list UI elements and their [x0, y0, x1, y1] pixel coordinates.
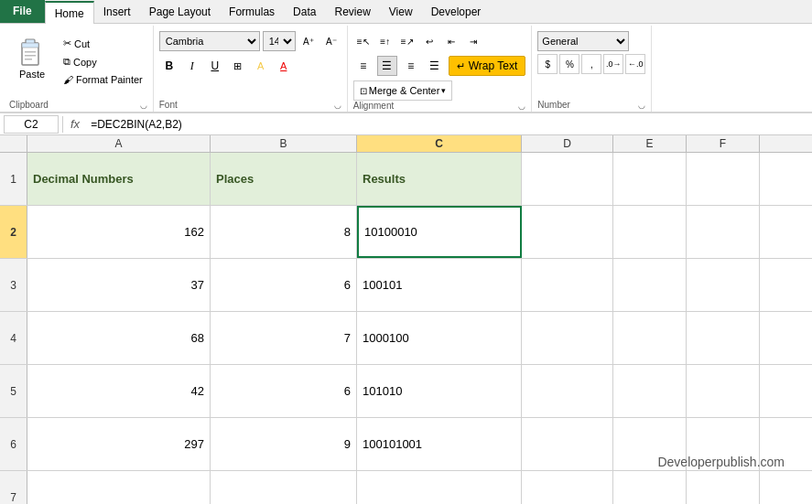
- cell-f2[interactable]: [687, 206, 760, 258]
- cell-e1[interactable]: [613, 153, 687, 205]
- tab-insert[interactable]: Insert: [94, 0, 140, 23]
- tab-page-layout[interactable]: Page Layout: [140, 0, 220, 23]
- font-size-select[interactable]: 14: [263, 31, 296, 51]
- comma-button[interactable]: ,: [581, 54, 601, 74]
- formula-input[interactable]: [87, 115, 808, 134]
- indent-increase-button[interactable]: ⇥: [463, 31, 483, 51]
- align-top-left-button[interactable]: ≡↖: [353, 31, 374, 51]
- cut-button[interactable]: ✂ Cut: [59, 35, 147, 52]
- font-color-button[interactable]: A: [274, 56, 294, 76]
- row-number-4[interactable]: 4: [0, 312, 27, 364]
- font-dialog-icon[interactable]: ◡: [334, 101, 341, 110]
- cell-d2[interactable]: [522, 206, 613, 258]
- cell-a6[interactable]: 297: [27, 418, 211, 470]
- cell-e3[interactable]: [613, 259, 687, 311]
- fill-color-button[interactable]: A: [251, 56, 271, 76]
- cell-c7[interactable]: [357, 471, 522, 504]
- format-painter-button[interactable]: 🖌 Format Painter: [59, 71, 147, 88]
- currency-button[interactable]: $: [537, 54, 558, 74]
- row-number-1[interactable]: 1: [0, 153, 27, 205]
- cell-e5[interactable]: [613, 365, 687, 417]
- number-dialog-icon[interactable]: ◡: [638, 101, 645, 110]
- align-justify-button[interactable]: ☰: [425, 56, 445, 76]
- font-family-select[interactable]: Cambria: [159, 31, 260, 51]
- cell-a1[interactable]: Decimal Numbers: [27, 153, 211, 205]
- cell-c1[interactable]: Results: [357, 153, 522, 205]
- cell-f3[interactable]: [687, 259, 760, 311]
- cell-b1[interactable]: Places: [211, 153, 357, 205]
- cell-c2[interactable]: 10100010: [357, 206, 522, 258]
- cell-b4[interactable]: 7: [211, 312, 357, 364]
- cell-f5[interactable]: [687, 365, 760, 417]
- col-header-b[interactable]: B: [211, 135, 357, 152]
- number-format-select[interactable]: General: [537, 31, 629, 51]
- tab-data[interactable]: Data: [284, 0, 325, 23]
- col-header-d[interactable]: D: [522, 135, 613, 152]
- decrease-decimal-button[interactable]: ←.0: [625, 54, 645, 74]
- underline-button[interactable]: U: [205, 56, 225, 76]
- increase-font-button[interactable]: A⁺: [298, 31, 319, 51]
- cell-f7[interactable]: [687, 471, 760, 504]
- tab-developer[interactable]: Developer: [422, 0, 491, 23]
- col-header-f[interactable]: F: [687, 135, 760, 152]
- merge-center-button[interactable]: ⊡ Merge & Center ▾: [353, 80, 453, 101]
- copy-button[interactable]: ⧉ Copy: [59, 53, 147, 70]
- tab-review[interactable]: Review: [325, 0, 379, 23]
- cell-c3[interactable]: 100101: [357, 259, 522, 311]
- col-header-e[interactable]: E: [613, 135, 687, 152]
- clipboard-dialog-icon[interactable]: ◡: [140, 101, 147, 110]
- cell-reference-input[interactable]: [4, 115, 59, 134]
- tab-home[interactable]: Home: [45, 1, 94, 24]
- wrap-text-button[interactable]: ↵ Wrap Text: [449, 56, 526, 76]
- align-center-button[interactable]: ☰: [377, 56, 397, 76]
- cell-e2[interactable]: [613, 206, 687, 258]
- increase-decimal-button[interactable]: .0→: [603, 54, 623, 74]
- italic-button[interactable]: I: [182, 56, 202, 76]
- alignment-dialog-icon[interactable]: ◡: [518, 102, 525, 111]
- cell-d7[interactable]: [522, 471, 613, 504]
- align-top-center-button[interactable]: ≡↑: [375, 31, 395, 51]
- cell-d5[interactable]: [522, 365, 613, 417]
- cell-a2[interactable]: 162: [27, 206, 211, 258]
- merge-dropdown-icon[interactable]: ▾: [441, 86, 446, 95]
- cell-e7[interactable]: [613, 471, 687, 504]
- col-header-a[interactable]: A: [27, 135, 211, 152]
- cell-a3[interactable]: 37: [27, 259, 211, 311]
- tab-view[interactable]: View: [380, 0, 422, 23]
- indent-decrease-button[interactable]: ⇤: [441, 31, 461, 51]
- align-top-right-button[interactable]: ≡↗: [397, 31, 417, 51]
- cell-b5[interactable]: 6: [211, 365, 357, 417]
- row-number-5[interactable]: 5: [0, 365, 27, 417]
- cell-b6[interactable]: 9: [211, 418, 357, 470]
- cell-f1[interactable]: [687, 153, 760, 205]
- row-number-2[interactable]: 2: [0, 206, 27, 258]
- cell-c5[interactable]: 101010: [357, 365, 522, 417]
- text-wrap-icon-btn[interactable]: ↩: [419, 31, 439, 51]
- cell-b3[interactable]: 6: [211, 259, 357, 311]
- align-left-button[interactable]: ≡: [353, 56, 374, 76]
- tab-file[interactable]: File: [0, 0, 45, 23]
- tab-formulas[interactable]: Formulas: [220, 0, 284, 23]
- paste-button[interactable]: Paste: [9, 31, 55, 84]
- cell-a5[interactable]: 42: [27, 365, 211, 417]
- bold-button[interactable]: B: [159, 56, 179, 76]
- cell-b2[interactable]: 8: [211, 206, 357, 258]
- cell-a4[interactable]: 68: [27, 312, 211, 364]
- cell-d4[interactable]: [522, 312, 613, 364]
- align-right-button[interactable]: ≡: [401, 56, 421, 76]
- cell-c4[interactable]: 1000100: [357, 312, 522, 364]
- percent-button[interactable]: %: [559, 54, 579, 74]
- cell-e4[interactable]: [613, 312, 687, 364]
- cell-b7[interactable]: [211, 471, 357, 504]
- row-number-3[interactable]: 3: [0, 259, 27, 311]
- border-button[interactable]: ⊞: [228, 56, 248, 76]
- decrease-font-button[interactable]: A⁻: [321, 31, 341, 51]
- cell-f4[interactable]: [687, 312, 760, 364]
- row-number-7[interactable]: 7: [0, 471, 27, 504]
- cell-a7[interactable]: [27, 471, 211, 504]
- cell-c6[interactable]: 100101001: [357, 418, 522, 470]
- cell-d3[interactable]: [522, 259, 613, 311]
- row-number-6[interactable]: 6: [0, 418, 27, 470]
- cell-d6[interactable]: [522, 418, 613, 470]
- cell-d1[interactable]: [522, 153, 613, 205]
